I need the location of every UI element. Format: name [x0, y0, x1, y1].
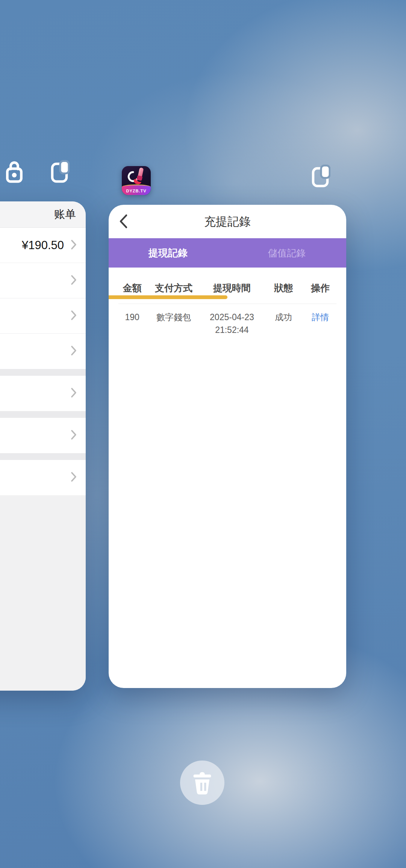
- app-windows-icon-right[interactable]: [312, 165, 330, 188]
- chevron-right-icon: [71, 471, 77, 484]
- tab-withdraw-label: 提現記錄: [148, 246, 188, 260]
- bill-footer-area: 置: [0, 495, 86, 691]
- chevron-right-icon: [71, 274, 77, 287]
- bill-row-balance[interactable]: ¥190.50: [0, 228, 86, 263]
- bill-app-card[interactable]: 账单 ¥190.50 置: [0, 201, 86, 691]
- records-app-card[interactable]: 充提記錄 提現記錄 儲值記錄 金額 支付方式 提現時間 狀態 操作 190 數字…: [109, 205, 346, 688]
- section-divider: [0, 369, 86, 376]
- bill-row[interactable]: [0, 418, 86, 453]
- col-time: 提現時間: [198, 282, 266, 294]
- chevron-right-icon: [71, 310, 77, 322]
- page-title: 充提記錄: [204, 214, 251, 230]
- bill-card-header: 账单: [0, 201, 86, 228]
- app-windows-icon[interactable]: [51, 160, 70, 183]
- dyzb-app-icon[interactable]: DYZB.TV: [122, 166, 151, 195]
- col-status: 狀態: [265, 282, 301, 294]
- cell-amount: 190: [115, 311, 149, 324]
- bill-row[interactable]: [0, 263, 86, 298]
- lipstick-logo-icon: [122, 166, 151, 186]
- cell-status: 成功: [265, 311, 301, 324]
- chevron-right-icon: [71, 345, 77, 358]
- app-icon-name-band: DYZB.TV: [122, 184, 151, 195]
- col-amount: 金額: [115, 282, 149, 294]
- back-icon[interactable]: [118, 214, 128, 229]
- col-method: 支付方式: [149, 282, 198, 294]
- col-action: 操作: [301, 282, 339, 294]
- app-icon-label: DYZB.TV: [126, 189, 146, 193]
- cell-detail-link[interactable]: 詳情: [301, 311, 339, 324]
- bill-row[interactable]: [0, 298, 86, 334]
- tab-deposit-records[interactable]: 儲值記錄: [227, 238, 346, 268]
- section-divider: [0, 411, 86, 418]
- lock-icon: [6, 160, 23, 183]
- cell-method: 數字錢包: [149, 311, 198, 324]
- cell-time: 2025-04-2321:52:44: [198, 311, 266, 336]
- tab-deposit-label: 儲值記錄: [268, 247, 306, 259]
- bill-title: 账单: [54, 207, 76, 222]
- bill-row[interactable]: [0, 376, 86, 411]
- bill-row[interactable]: [0, 334, 86, 369]
- delete-all-button[interactable]: [180, 761, 224, 805]
- bill-row[interactable]: [0, 460, 86, 495]
- chevron-right-icon: [71, 239, 77, 252]
- section-divider: [0, 453, 86, 460]
- records-tabbar: 提現記錄 儲值記錄: [109, 238, 346, 268]
- chevron-right-icon: [71, 429, 77, 442]
- records-table-header: 金額 支付方式 提現時間 狀態 操作: [109, 280, 346, 296]
- table-row: 190 數字錢包 2025-04-2321:52:44 成功 詳情: [109, 304, 346, 336]
- active-tab-underline: [109, 295, 227, 299]
- balance-value: ¥190.50: [22, 239, 64, 252]
- records-header: 充提記錄: [109, 205, 346, 238]
- chevron-right-icon: [71, 387, 77, 400]
- trash-icon: [190, 768, 215, 797]
- tab-withdraw-records[interactable]: 提現記錄: [109, 238, 227, 268]
